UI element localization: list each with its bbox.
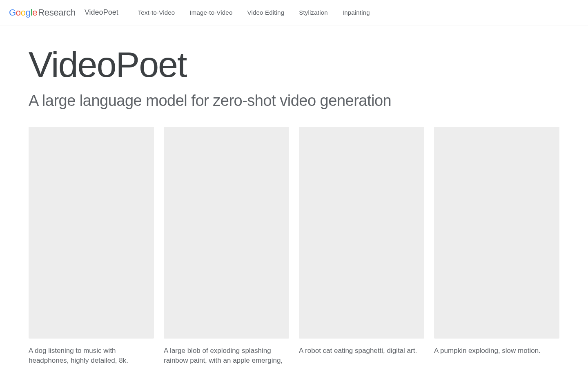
logo-letter: o — [21, 7, 26, 18]
video-thumbnail[interactable] — [164, 127, 289, 339]
header: Google Research VideoPoet Text-to-Video … — [0, 0, 588, 25]
video-card: A pumpkin exploding, slow motion. — [434, 127, 559, 368]
video-card: A large blob of exploding splashing rain… — [164, 127, 289, 368]
logo-letter: o — [16, 7, 21, 18]
video-caption: A large blob of exploding splashing rain… — [164, 346, 289, 368]
video-card: A robot cat eating spaghetti, digital ar… — [299, 127, 424, 368]
video-caption: A pumpkin exploding, slow motion. — [434, 346, 559, 356]
video-thumbnail[interactable] — [299, 127, 424, 339]
nav-video-editing[interactable]: Video Editing — [247, 9, 284, 16]
page-title: VideoPoet — [29, 45, 559, 85]
logo-letter: e — [32, 7, 37, 18]
video-thumbnail[interactable] — [434, 127, 559, 339]
video-caption: A dog listening to music with headphones… — [29, 346, 154, 366]
product-name[interactable]: VideoPoet — [85, 8, 118, 17]
nav-text-to-video[interactable]: Text-to-Video — [138, 9, 175, 16]
nav-stylization[interactable]: Stylization — [299, 9, 328, 16]
video-caption: A robot cat eating spaghetti, digital ar… — [299, 346, 424, 356]
video-card: A dog listening to music with headphones… — [29, 127, 154, 368]
top-nav: Text-to-Video Image-to-Video Video Editi… — [138, 9, 370, 16]
logo-letter: G — [9, 7, 16, 18]
nav-image-to-video[interactable]: Image-to-Video — [189, 9, 232, 16]
video-thumbnail[interactable] — [29, 127, 154, 339]
page-subtitle: A large language model for zero-shot vid… — [29, 92, 559, 110]
main-content: VideoPoet A large language model for zer… — [0, 25, 588, 368]
video-grid: A dog listening to music with headphones… — [29, 127, 559, 368]
google-research-logo[interactable]: Google Research — [9, 7, 76, 18]
logo-research-text: Research — [38, 7, 76, 18]
nav-inpainting[interactable]: Inpainting — [343, 9, 370, 16]
logo-letter: g — [26, 7, 31, 18]
